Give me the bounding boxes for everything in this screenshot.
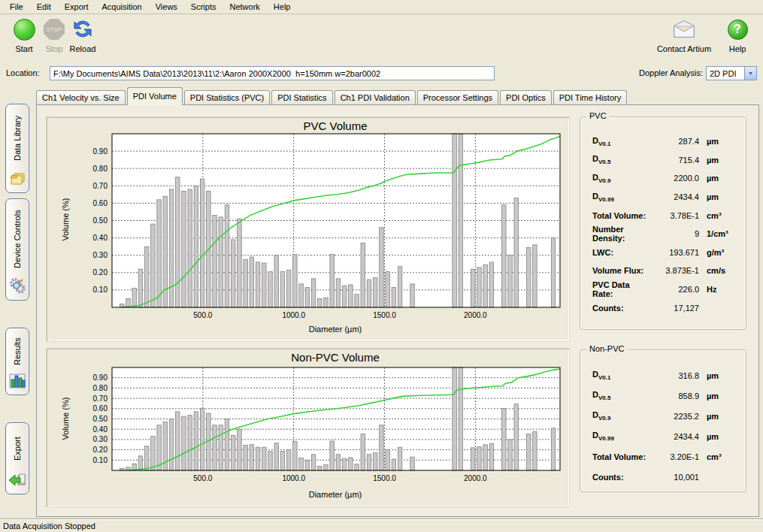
sidebar-item-data-library[interactable]: Data Library [5, 104, 29, 193]
svg-text:0.90: 0.90 [93, 147, 108, 156]
location-label: Location: [6, 68, 40, 77]
help-button[interactable]: ? Help [718, 17, 757, 61]
stat-value: 287.4 [648, 137, 699, 146]
envelope-icon [672, 17, 696, 41]
location-input[interactable] [50, 66, 495, 80]
tab-pdi-statistics[interactable]: PDI Statistics [271, 90, 332, 105]
tab-pdi-optics[interactable]: PDI Optics [500, 90, 552, 105]
stat-label: Number Density: [592, 225, 648, 243]
stat-label: DV0.9 [592, 410, 648, 422]
svg-text:0.60: 0.60 [93, 404, 108, 413]
stat-label-subscript: V0.9 [598, 177, 610, 184]
svg-text:1000.0: 1000.0 [282, 311, 305, 319]
stat-value: 226.0 [648, 285, 699, 294]
contact-artium-button[interactable]: Contact Artium [652, 17, 716, 61]
location-row: Location: Doppler Analysis: 2D PDI ▼ [0, 65, 763, 83]
menu-item-file[interactable]: File [3, 1, 30, 13]
stat-unit: µm [699, 432, 738, 441]
sidebar-item-export[interactable]: Export [5, 422, 29, 494]
stat-unit: µm [699, 192, 738, 201]
stat-value: 9 [648, 229, 699, 238]
tab-ch1-velocity-vs-size[interactable]: Ch1 Velocity vs. Size [36, 90, 126, 105]
svg-text:1500.0: 1500.0 [373, 474, 396, 482]
menu-bar: FileEditExportAcquisitionViewsScriptsNet… [0, 0, 763, 14]
svg-text:0.90: 0.90 [93, 373, 108, 382]
reload-button[interactable]: Reload [63, 17, 102, 61]
stat-label: PVC Data Rate: [592, 280, 648, 298]
stat-label: Total Volume: [592, 452, 648, 461]
non-pvc-volume-chart: 0.100.200.300.400.500.600.700.800.90500.… [47, 349, 570, 506]
svg-text:1500.0: 1500.0 [373, 311, 396, 319]
chevron-down-icon[interactable]: ▼ [744, 67, 756, 80]
main-area: Data Library Device Controls [0, 84, 763, 518]
non-pvc-volume-chart-panel: Non-PVC Volume Volume (%) 0.100.200.300.… [46, 348, 570, 507]
start-icon [12, 17, 36, 41]
menu-item-edit[interactable]: Edit [30, 1, 58, 13]
svg-text:0.20: 0.20 [93, 446, 108, 454]
stat-unit: cm³ [699, 211, 738, 220]
non-pvc-stats-groupbox: Non-PVC DV0.1316.8µmDV0.5858.9µmDV0.9223… [580, 349, 746, 492]
stat-label: Total Volume: [592, 211, 648, 220]
stat-value: 10,001 [648, 473, 699, 482]
stat-value: 316.8 [648, 371, 699, 380]
sidebar-item-results[interactable]: Results [5, 328, 29, 395]
stat-row: DV0.92235.2µm [585, 406, 741, 426]
folders-icon [9, 171, 26, 188]
stat-unit: µm [699, 391, 738, 401]
stat-value: 2200.0 [648, 174, 699, 183]
svg-text:2000.0: 2000.0 [464, 311, 487, 319]
stat-row: Number Density:91/cm³ [585, 225, 741, 243]
menu-item-scripts[interactable]: Scripts [184, 1, 223, 13]
menu-item-acquisition[interactable]: Acquisition [95, 1, 149, 13]
tab-pdi-time-history[interactable]: PDI Time History [553, 90, 628, 105]
stat-value: 2434.4 [648, 432, 699, 441]
svg-text:0.60: 0.60 [93, 199, 108, 207]
menu-item-network[interactable]: Network [223, 1, 266, 13]
start-label: Start [15, 44, 32, 53]
non-pvc-stats-legend: Non-PVC [586, 344, 627, 353]
stat-value: 3.873E-1 [648, 266, 699, 275]
stat-label: Counts: [592, 473, 648, 482]
svg-text:0.30: 0.30 [93, 435, 108, 443]
tab-processor-settings[interactable]: Processor Settings [417, 90, 498, 105]
pdi-volume-tab-panel: PVC Volume Volume (%) 0.100.200.300.400.… [36, 104, 759, 517]
stat-row: DV0.5858.9µm [585, 385, 741, 406]
stat-row: DV0.92200.0µm [585, 169, 741, 188]
stat-row: DV0.1316.8µm [585, 365, 741, 385]
menu-item-export[interactable]: Export [58, 1, 95, 13]
tab-pdi-statistics-pvc-[interactable]: PDI Statistics (PVC) [184, 90, 270, 105]
pvc-stats-groupbox: PVC DV0.1287.4µmDV0.5715.4µmDV0.92200.0µ… [580, 116, 746, 330]
svg-text:2000.0: 2000.0 [464, 474, 487, 482]
stat-row: Total Volume:3.78E-1cm³ [585, 206, 741, 225]
stat-row: Total Volume:3.20E-1cm³ [585, 446, 741, 467]
aims-application-window: FileEditExportAcquisitionViewsScriptsNet… [0, 0, 763, 532]
menu-item-views[interactable]: Views [149, 1, 184, 13]
stat-label: Volume Flux: [592, 266, 648, 275]
stat-label: DV0.5 [592, 390, 648, 401]
sidebar-item-device-controls[interactable]: Device Controls [5, 198, 29, 301]
stat-label: DV0.5 [592, 154, 648, 165]
stat-unit: µm [699, 137, 738, 146]
stat-unit: 1/cm³ [699, 229, 738, 238]
non-pvc-x-axis-label: Diameter (µm) [111, 490, 559, 499]
stat-label-subscript: V0.9 [598, 415, 610, 422]
stat-label: LWC: [592, 248, 648, 257]
export-arrow-icon [8, 473, 26, 489]
svg-text:500.0: 500.0 [193, 474, 212, 482]
doppler-analysis-select[interactable]: 2D PDI ▼ [706, 66, 757, 80]
svg-text:500.0: 500.0 [193, 311, 212, 319]
stat-row: Volume Flux:3.873E-1cm/s [585, 261, 741, 280]
stat-value: 715.4 [648, 156, 699, 165]
tab-ch1-pdi-validation[interactable]: Ch1 PDI Validation [335, 90, 416, 105]
pvc-stats-legend: PVC [586, 111, 610, 120]
menu-item-help[interactable]: Help [267, 1, 298, 13]
stat-unit: g/m³ [699, 248, 738, 257]
tab-pdi-volume[interactable]: PDI Volume [127, 87, 183, 105]
stat-label-subscript: V0.5 [598, 159, 610, 165]
bar-chart-icon [9, 373, 26, 390]
stat-unit: cm/s [699, 266, 738, 275]
stat-unit: cm³ [699, 452, 738, 461]
stat-unit: µm [699, 371, 738, 380]
contact-artium-label: Contact Artium [657, 44, 711, 53]
stat-value: 193.671 [648, 248, 699, 257]
